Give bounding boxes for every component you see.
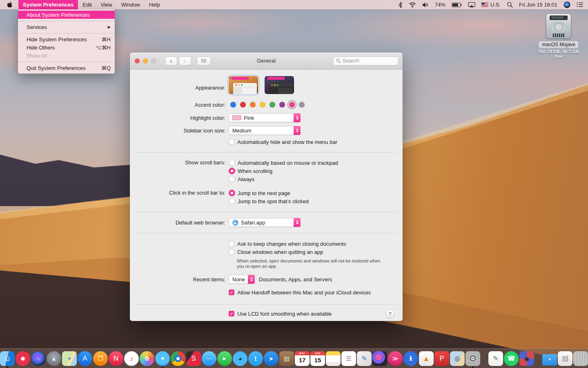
vlc-icon[interactable]: ▲	[419, 351, 434, 366]
sidebar-icon-size-popup[interactable]: Medium	[229, 126, 301, 135]
dock-item-calendar[interactable]: MAY17	[295, 349, 310, 368]
twitter-icon[interactable]: t	[248, 351, 263, 366]
menu-item-services[interactable]: Services▶	[18, 23, 115, 31]
fantastical-icon[interactable]: JUN15	[310, 351, 325, 366]
s-app-icon[interactable]: S	[186, 351, 201, 366]
dock-item-whatsapp[interactable]: ☎	[504, 349, 519, 368]
apple-menu[interactable]	[0, 0, 18, 9]
dock-item-photo-booth[interactable]: ◉	[519, 349, 534, 368]
ask-keep-changes-row[interactable]: Ask to keep changes when closing documen…	[229, 240, 346, 248]
accent-color-pink[interactable]	[289, 102, 295, 108]
spark-icon[interactable]: ➤	[264, 351, 278, 366]
default-browser-popup[interactable]: Safari.app	[229, 218, 301, 227]
maps-icon[interactable]: ⌖	[62, 351, 77, 366]
chrome-icon[interactable]	[171, 351, 185, 366]
dock-item-finder[interactable]: ☺	[0, 349, 15, 368]
calendar-icon[interactable]: MAY17	[295, 351, 310, 366]
siri-icon[interactable]: ∿	[31, 351, 46, 366]
close-windows-row[interactable]: Close windows when quitting an app	[229, 248, 323, 256]
input-source-flag-icon[interactable]: U.S.	[481, 2, 501, 8]
accent-color-green[interactable]	[270, 102, 275, 108]
dropbox-folder-icon[interactable]: ✦	[542, 354, 557, 366]
pixelmator-icon[interactable]: ✎	[357, 351, 372, 366]
dock-item-launchpad[interactable]: ▲	[47, 349, 61, 368]
menu-help[interactable]: Help	[145, 0, 165, 9]
menu-item-about-system-preferences[interactable]: About System Preferences	[18, 11, 115, 19]
volume-icon[interactable]	[422, 2, 429, 8]
dock-item-system-preferences[interactable]: ⚙	[466, 349, 480, 368]
app-store-icon[interactable]: A	[78, 351, 92, 366]
hide-menu-bar-row[interactable]: Automatically hide and show the menu bar	[229, 138, 337, 146]
dock-item-preview[interactable]: ◎	[450, 349, 465, 368]
dock-item-books[interactable]: ❐	[93, 349, 108, 368]
whatsapp-icon[interactable]: ☎	[504, 351, 519, 366]
lcd-smoothing-checkbox[interactable]	[229, 311, 234, 316]
menu-edit[interactable]: Edit	[78, 0, 96, 9]
hard-disk-icon[interactable]	[546, 13, 571, 39]
radio-button[interactable]	[229, 190, 235, 196]
dock-item-trash[interactable]	[573, 349, 588, 368]
show-all-grid-button[interactable]	[197, 56, 211, 65]
dock-item-maps[interactable]: ⌖	[62, 349, 77, 368]
notification-list-icon[interactable]	[577, 2, 583, 7]
dock-item-s-app[interactable]: S	[186, 349, 201, 368]
dock-item-dropbox-folder[interactable]: ✦	[542, 349, 557, 368]
ask-keep-changes-checkbox[interactable]	[229, 241, 234, 247]
accent-color-purple[interactable]	[279, 102, 285, 108]
dock-item-twitter[interactable]: t	[248, 349, 263, 368]
dock-item-textedit[interactable]: ✎	[488, 349, 503, 368]
menu-item-hide-system-preferences[interactable]: Hide System Preferences⌘H	[18, 35, 115, 43]
back-button[interactable]: ‹	[165, 56, 177, 65]
close-windows-checkbox[interactable]	[229, 249, 234, 255]
airplay-display-icon[interactable]	[468, 2, 475, 8]
bluetooth-icon[interactable]	[398, 2, 403, 8]
dock-item-photos[interactable]: ✿	[140, 349, 154, 368]
dock-item-screenshot-app[interactable]: ◉	[16, 349, 30, 368]
notes-icon[interactable]	[326, 351, 341, 366]
dock-item-chrome[interactable]	[171, 349, 185, 368]
dock-item-facetime[interactable]: ►	[217, 349, 232, 368]
screenshot-app-icon[interactable]: ◉	[16, 351, 30, 366]
dock-item-pixelmator[interactable]: ✎	[357, 349, 372, 368]
handoff-checkbox[interactable]	[229, 289, 234, 295]
dock-item-spark[interactable]: ➤	[264, 349, 278, 368]
trash-icon[interactable]	[573, 351, 588, 366]
dock-item-notes[interactable]	[326, 349, 341, 368]
accent-color-graphite[interactable]	[299, 102, 305, 108]
menu-item-quit-system-preferences[interactable]: Quit System Preferences⌘Q	[18, 64, 115, 72]
dock-item-safari[interactable]: ✦	[155, 349, 170, 368]
radio-button[interactable]	[229, 198, 235, 204]
handoff-row[interactable]: Allow Handoff between this Mac and your …	[229, 288, 371, 296]
books-icon[interactable]: ❐	[93, 351, 108, 366]
arrows-app-icon[interactable]: ≫	[388, 351, 403, 366]
radio-option-jump-to-the-spot-that-s-clicked[interactable]: Jump to the spot that’s clicked	[229, 197, 309, 205]
menu-window[interactable]: Window	[117, 0, 145, 9]
photos-icon[interactable]: ✿	[140, 351, 154, 366]
dock-item-itunes[interactable]: ♪	[124, 349, 139, 368]
lcd-smoothing-row[interactable]: Use LCD font smoothing when available	[229, 310, 332, 318]
dock-item-vlc[interactable]: ▲	[419, 349, 434, 368]
dock-item-app-store[interactable]: A	[78, 349, 92, 368]
appearance-light-option[interactable]	[229, 76, 258, 94]
dock-item-twitterrific[interactable]: ◕	[233, 349, 247, 368]
window-search-field[interactable]	[333, 56, 399, 65]
dock-item-contacts[interactable]: ▤	[279, 349, 294, 368]
radio-option-automatically-based-on-mouse-or-trackpad[interactable]: Automatically based on mouse or trackpad	[229, 159, 338, 167]
news-icon[interactable]: N	[109, 351, 123, 366]
disk-name-label[interactable]: macOS Mojave	[539, 41, 578, 48]
launchpad-icon[interactable]: ▲	[47, 351, 61, 366]
dock-item-onepassword[interactable]: 1	[403, 349, 418, 368]
highlight-color-popup[interactable]: Pink	[229, 113, 301, 122]
itunes-icon[interactable]: ♪	[124, 351, 139, 366]
radio-option-when-scrolling[interactable]: When scrolling	[229, 167, 272, 175]
pdf-expert-icon[interactable]: P	[434, 351, 449, 366]
hide-menu-bar-checkbox[interactable]	[229, 139, 234, 145]
radio-option-jump-to-the-next-page[interactable]: Jump to the next page	[229, 189, 290, 197]
onepassword-icon[interactable]: 1	[403, 351, 418, 366]
menu-system-preferences[interactable]: System Preferences	[18, 0, 78, 9]
system-preferences-icon[interactable]: ⚙	[466, 351, 480, 366]
minimize-button[interactable]	[143, 58, 148, 63]
dock-item-messages[interactable]: ⋯	[202, 349, 216, 368]
photo-booth-icon[interactable]: ◉	[519, 351, 534, 366]
finder-icon[interactable]: ☺	[0, 351, 15, 366]
